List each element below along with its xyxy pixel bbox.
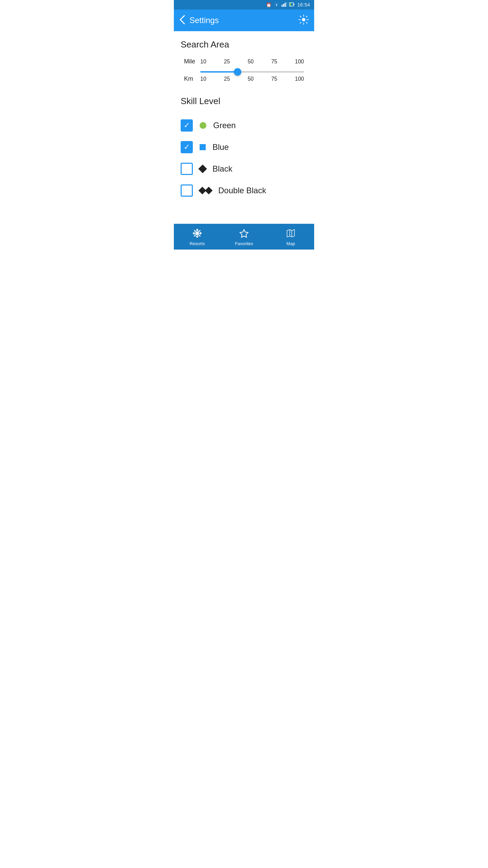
map-icon [286,229,296,240]
km-labels-row: Km 10 25 50 75 100 [184,75,304,82]
app-bar: Settings [174,9,314,31]
double-black-diamond-icon [200,188,211,193]
svg-rect-2 [285,3,286,7]
nav-label-resorts: Resorts [190,241,205,246]
search-area-section: Search Area Mile 10 25 50 75 100 [181,39,307,82]
snowflake-icon [192,229,202,240]
mile-tick-10: 10 [200,59,206,65]
svg-line-12 [300,16,301,17]
nav-item-map[interactable]: Map [267,229,314,246]
skill-level-section: Skill Level ✓ Green ✓ Blue [181,96,307,201]
mile-tick-25: 25 [224,59,230,65]
svg-line-13 [306,22,307,23]
nav-label-favorites: Favorites [235,241,253,246]
mile-label: Mile [184,58,200,65]
km-tick-25: 25 [224,76,230,82]
skill-level-title: Skill Level [181,96,307,106]
km-tick-labels: 10 25 50 75 100 [200,76,304,82]
km-tick-10: 10 [200,76,206,82]
checkbox-double-black[interactable] [181,184,193,197]
battery-icon [289,2,294,8]
distance-slider[interactable] [200,71,304,73]
nav-item-favorites[interactable]: Favorites [221,229,267,246]
nav-label-map: Map [286,241,295,246]
svg-rect-5 [294,3,294,5]
checkbox-blue[interactable]: ✓ [181,141,193,153]
svg-rect-3 [286,2,287,7]
skill-label-green: Green [213,121,236,130]
checkbox-black[interactable] [181,163,193,175]
km-tick-100: 100 [295,76,304,82]
skill-label-black: Black [212,164,232,174]
mile-tick-75: 75 [271,59,277,65]
status-time: 16:54 [297,2,310,7]
svg-line-14 [306,16,307,17]
svg-point-7 [302,18,305,21]
mile-labels-row: Mile 10 25 50 75 100 [184,58,304,65]
skill-item-blue[interactable]: ✓ Blue [181,136,307,158]
skill-label-blue: Blue [212,142,229,152]
checkmark-blue: ✓ [184,143,190,151]
blue-square-icon [200,144,206,150]
slider-track-row [184,66,304,75]
svg-rect-0 [282,5,283,7]
status-bar: ⏰ 16:54 [174,0,314,9]
sun-icon[interactable] [299,15,309,26]
page-title: Settings [189,16,219,25]
km-tick-75: 75 [271,76,277,82]
mile-tick-100: 100 [295,59,304,65]
search-area-title: Search Area [181,39,307,50]
checkbox-green[interactable]: ✓ [181,119,193,132]
green-circle-icon [200,122,206,129]
nav-item-resorts[interactable]: Resorts [174,229,221,246]
bottom-nav: Resorts Favorites Map [174,224,314,250]
checkmark-green: ✓ [184,122,190,129]
km-label: Km [184,75,200,82]
skill-item-double-black[interactable]: Double Black [181,180,307,201]
star-icon [239,229,249,240]
skill-item-green[interactable]: ✓ Green [181,115,307,136]
km-tick-50: 50 [248,76,254,82]
svg-line-15 [300,22,301,23]
wifi-icon [273,2,280,8]
alarm-icon: ⏰ [266,2,271,7]
black-diamond-icon [198,164,207,173]
skill-item-black[interactable]: Black [181,158,307,180]
signal-icon [282,2,287,8]
app-bar-left: Settings [179,15,219,26]
svg-marker-28 [240,230,248,237]
svg-rect-6 [290,3,291,5]
slider-container: Mile 10 25 50 75 100 Km [181,58,307,82]
skill-label-double-black: Double Black [218,186,266,195]
back-button[interactable] [179,15,185,26]
mile-tick-50: 50 [248,59,254,65]
svg-rect-1 [283,4,284,7]
mile-tick-labels: 10 25 50 75 100 [200,59,304,65]
main-content: Search Area Mile 10 25 50 75 100 [174,31,314,224]
skill-checkbox-list: ✓ Green ✓ Blue Black [181,115,307,201]
status-icons: ⏰ [266,2,294,8]
range-wrapper[interactable] [200,66,304,75]
